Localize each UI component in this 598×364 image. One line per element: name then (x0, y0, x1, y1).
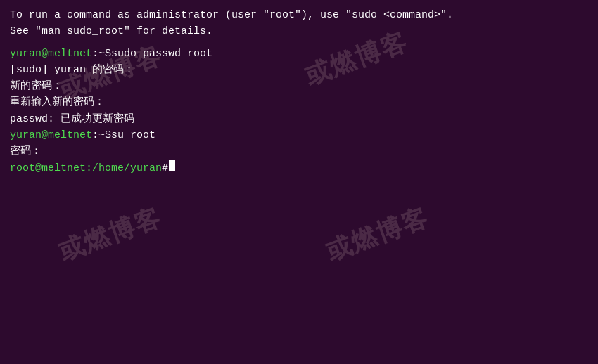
terminal-line-1: To run a command as administrator (user … (10, 7, 588, 23)
terminal-line-4: [sudo] yuran 的密码： (10, 62, 588, 78)
terminal-cursor (169, 160, 175, 171)
terminal-line-7: passwd: 已成功更新密码 (10, 111, 588, 127)
prompt-user-1: yuran@meltnet (10, 46, 92, 62)
prompt-symbol-2: :~$ (92, 127, 111, 143)
prompt-symbol-root: # (162, 160, 168, 176)
terminal-line-9: 密码： (10, 143, 588, 160)
terminal-spacer (10, 40, 588, 46)
terminal-window: 或燃博客 或燃博客 或燃博客 或燃博客 To run a command as … (0, 0, 598, 364)
prompt-user-root: root@meltnet:/home/yuran (10, 160, 162, 176)
terminal-line-5: 新的密码： (10, 78, 588, 94)
prompt-user-2: yuran@meltnet (10, 127, 92, 143)
watermark-4: 或燃博客 (321, 200, 433, 269)
terminal-prompt-2: yuran@meltnet :~$ su root (10, 127, 588, 143)
terminal-prompt-3: root@meltnet:/home/yuran # (10, 160, 588, 176)
watermark-3: 或燃博客 (53, 200, 166, 269)
prompt-symbol-1: :~$ (92, 46, 111, 62)
prompt-cmd-2: su root (111, 127, 155, 143)
prompt-cmd-1: sudo passwd root (111, 46, 212, 62)
terminal-prompt-1: yuran@meltnet :~$ sudo passwd root (10, 46, 588, 62)
terminal-line-2: See "man sudo_root" for details. (10, 23, 588, 39)
terminal-line-6: 重新输入新的密码： (10, 94, 588, 110)
